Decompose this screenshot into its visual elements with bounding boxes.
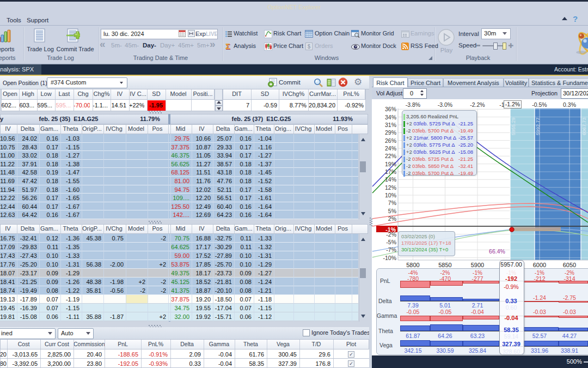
svg-text:$: $ <box>308 44 311 50</box>
svg-text:5955.29: 5955.29 <box>511 117 516 135</box>
svg-text:6067.73: 6067.73 <box>581 117 587 135</box>
svg-text:5992.77: 5992.77 <box>535 117 541 135</box>
